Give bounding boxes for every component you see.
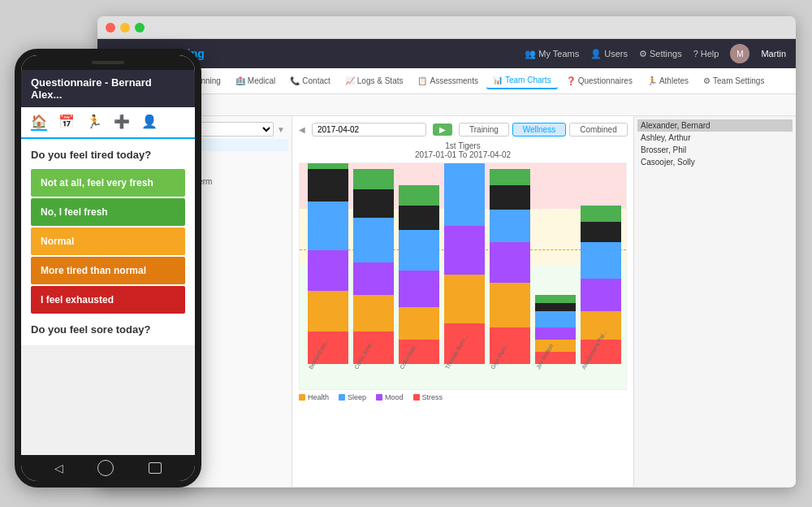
phone-question-1: Do you feel tired today? <box>31 149 185 161</box>
phone-notch <box>21 55 195 70</box>
phone-speaker <box>92 61 124 64</box>
users-nav[interactable]: 👤 Users <box>590 49 628 59</box>
scroll-indicator: ▼ <box>277 125 285 134</box>
bar-segment-0-3 <box>308 202 348 250</box>
teams-icon: 👥 <box>525 49 536 59</box>
tab-combined[interactable]: Combined <box>569 123 628 136</box>
phone-content: Do you feel tired today? Not at all, fee… <box>21 139 195 345</box>
athlete-item-3[interactable]: Casoojer, Solly <box>637 156 793 168</box>
bar-segment-4-5 <box>490 169 530 185</box>
phone-tab-run[interactable]: 🏃 <box>86 114 102 131</box>
legend-sleep: Sleep <box>339 393 366 401</box>
my-teams-nav[interactable]: 👥 My Teams <box>525 49 579 59</box>
bar-segment-0-4 <box>308 169 348 202</box>
bar-label-7: Walker, Paul <box>626 332 627 370</box>
athlete-item-0[interactable]: Alexander, Bernard <box>637 119 793 132</box>
arrow-left-icon[interactable]: ◀ <box>299 125 305 134</box>
bar-segment-2-5 <box>399 185 439 206</box>
settings-nav[interactable]: ⚙ Settings <box>639 49 682 59</box>
bar-segment-7-3 <box>626 242 627 279</box>
phone-tab-calendar[interactable]: 📅 <box>58 114 75 131</box>
tab-questionnaires[interactable]: ❓ Questionnaires <box>559 73 639 89</box>
settings-icon: ⚙ <box>639 49 647 59</box>
stress-legend-dot <box>413 394 420 401</box>
bar-stack-7 <box>626 202 627 364</box>
bar-group-6: Alexander's Pal... <box>581 206 621 373</box>
help-nav[interactable]: ? Help <box>693 49 719 58</box>
minimize-button[interactable] <box>120 23 130 32</box>
go-button[interactable]: ▶ <box>433 124 452 136</box>
legend-mood: Mood <box>376 393 404 401</box>
bar-segment-4-4 <box>490 185 530 210</box>
mobile-phone: Questionnaire - Bernard Alex... 🏠 📅 🏃 ➕ … <box>15 49 201 488</box>
help-icon: ? <box>693 49 698 58</box>
tab-medical[interactable]: 🏥 Medical <box>229 73 282 89</box>
phone-home-button[interactable] <box>97 460 114 476</box>
bar-segment-7-0 <box>626 336 627 364</box>
tab-contact[interactable]: 📞 Contact <box>283 73 336 89</box>
help-label: Help <box>701 49 719 58</box>
mood-legend-dot <box>376 394 382 401</box>
athlete-item-1[interactable]: Ashley, Arthur <box>637 132 793 144</box>
bar-segment-2-4 <box>399 206 439 230</box>
chart-title: 1st Tigers 2017-01-01 To 2017-04-02 <box>299 141 627 159</box>
phone-navbar: ◁ <box>21 455 195 481</box>
bar-segment-2-2 <box>399 271 439 307</box>
phone-tab-home[interactable]: 🏠 <box>31 114 47 131</box>
bar-segment-6-2 <box>581 279 621 311</box>
chart-area: ◀ ▶ Training Wellness Combined 1st Tiger… <box>292 116 633 487</box>
answer-exhausted[interactable]: I feel exhausted <box>31 286 185 314</box>
phone-recents-button[interactable] <box>149 462 162 474</box>
page-title: Team Charts <box>97 94 796 116</box>
answer-fresh[interactable]: No, I feel fresh <box>31 198 185 226</box>
phone-tab-user[interactable]: 👤 <box>141 114 158 131</box>
bar-segment-1-3 <box>353 218 394 262</box>
close-button[interactable] <box>106 23 115 32</box>
maximize-button[interactable] <box>135 23 145 32</box>
my-teams-label: My Teams <box>538 49 579 58</box>
avatar[interactable]: M <box>730 44 749 63</box>
health-legend-dot <box>299 394 305 401</box>
athletes-panel: Alexander, Bernard Ashley, Arthur Brosse… <box>633 116 796 487</box>
tab-team-charts[interactable]: 📊 Team Charts <box>486 72 558 89</box>
bar-segment-0-1 <box>308 291 348 332</box>
tab-training[interactable]: Training <box>459 123 509 136</box>
bar-segment-2-3 <box>399 230 439 271</box>
tab-athletes[interactable]: 🏃 Athletes <box>641 73 695 89</box>
bar-group-4: Glyn Harri... <box>490 169 530 373</box>
main-content: 1st Tigers ▼ 1st Tigers 1st Tigers - Def… <box>97 116 796 487</box>
answer-normal[interactable]: Normal <box>31 228 185 255</box>
user-initials: M <box>736 50 743 58</box>
bar-segment-5-4 <box>535 303 576 311</box>
bar-segment-7-4 <box>626 222 627 242</box>
users-label: Users <box>604 49 628 58</box>
date-input[interactable] <box>312 123 426 136</box>
bar-segment-5-5 <box>535 295 576 303</box>
tab-logs[interactable]: 📈 Logs & Stats <box>339 73 410 89</box>
chart-legend: Health Sleep Mood Stress <box>299 393 627 401</box>
secondary-navigation: 📊 Dashboard 📅 Planning 🏥 Medical 📞 Conta… <box>97 68 796 94</box>
bar-segment-1-4 <box>353 189 394 218</box>
bar-segment-4-1 <box>490 283 530 327</box>
users-icon: 👤 <box>590 49 602 59</box>
phone-tabs: 🏠 📅 🏃 ➕ 👤 <box>21 107 195 139</box>
bar-segment-3-2 <box>444 226 485 275</box>
bar-segment-1-1 <box>353 295 394 332</box>
sleep-legend-dot <box>339 394 345 401</box>
answer-very-fresh[interactable]: Not at all, feel very fresh <box>31 169 185 197</box>
bar-segment-3-1 <box>444 275 485 323</box>
bar-segment-1-2 <box>353 262 394 295</box>
bar-segment-7-2 <box>626 279 627 303</box>
phone-tab-health[interactable]: ➕ <box>114 114 130 131</box>
phone-question-2: Do you feel sore today? <box>31 323 185 336</box>
tab-team-settings[interactable]: ⚙ Team Settings <box>697 73 771 89</box>
chart-visualization: Bernard Ale...Curtis Jone...Colin Nort..… <box>299 162 627 390</box>
bar-group-1: Curtis Jone... <box>353 169 394 373</box>
bar-segment-6-5 <box>581 206 621 222</box>
bar-segment-6-3 <box>581 242 621 279</box>
athlete-item-2[interactable]: Brosser, Phil <box>637 144 793 156</box>
tab-wellness[interactable]: Wellness <box>512 123 566 136</box>
phone-back-button[interactable]: ◁ <box>54 462 63 474</box>
answer-more-tired[interactable]: More tired than normal <box>31 257 185 284</box>
tab-assessments[interactable]: 📋 Assessments <box>411 73 484 89</box>
